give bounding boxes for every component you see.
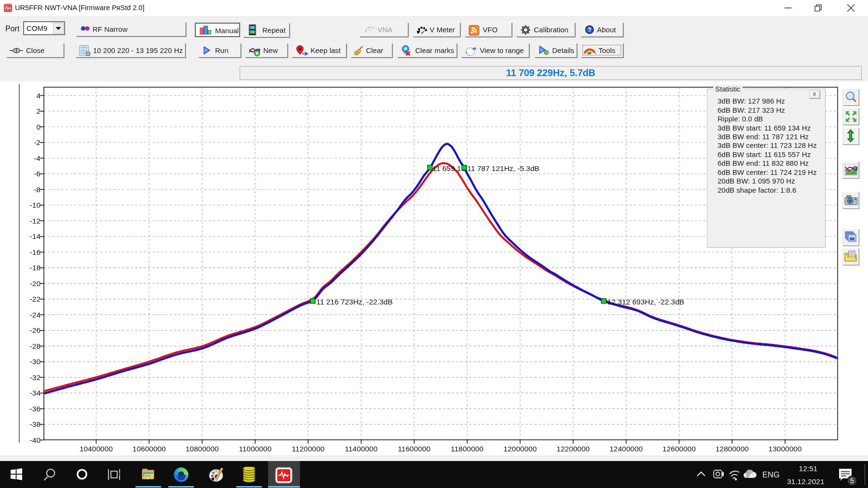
svg-text:-30: -30 (30, 357, 41, 366)
svg-text:12800000: 12800000 (716, 445, 749, 453)
svg-text:-40: -40 (30, 436, 41, 444)
svg-text:11 216 723Hz, -22.3dB: 11 216 723Hz, -22.3dB (316, 298, 393, 306)
svg-text:-20: -20 (30, 279, 41, 288)
svg-text:12400000: 12400000 (610, 445, 643, 453)
svg-text:12 312 693Hz, -22.3dB: 12 312 693Hz, -22.3dB (608, 298, 684, 306)
svg-text:-26: -26 (30, 326, 41, 334)
svg-text:11200000: 11200000 (292, 445, 325, 453)
svg-text:-12: -12 (30, 217, 41, 225)
svg-text:12600000: 12600000 (663, 445, 696, 453)
svg-text:12000000: 12000000 (503, 445, 537, 453)
svg-text:-4: -4 (34, 154, 41, 162)
svg-text:-6: -6 (34, 170, 41, 178)
svg-text:-8: -8 (34, 185, 41, 194)
svg-text:-18: -18 (30, 264, 41, 272)
svg-text:11 787 121Hz, -5.3dB: 11 787 121Hz, -5.3dB (467, 164, 540, 172)
svg-text:10800000: 10800000 (186, 445, 219, 453)
svg-text:4: 4 (36, 92, 41, 100)
svg-text:12200000: 12200000 (556, 445, 590, 453)
svg-text:-24: -24 (30, 311, 41, 319)
svg-text:-2: -2 (34, 138, 41, 146)
svg-text:-32: -32 (30, 373, 41, 382)
svg-text:13000000: 13000000 (769, 445, 802, 453)
svg-text:11600000: 11600000 (398, 445, 431, 453)
svg-text:-10: -10 (30, 201, 41, 209)
svg-text:11800000: 11800000 (451, 445, 484, 453)
svg-text:-34: -34 (30, 389, 41, 397)
svg-text:0: 0 (36, 123, 41, 131)
svg-text:11000000: 11000000 (239, 445, 271, 453)
svg-text:-14: -14 (30, 232, 41, 240)
svg-text:-22: -22 (30, 295, 41, 303)
svg-text:-36: -36 (30, 405, 41, 413)
svg-text:-16: -16 (30, 248, 41, 256)
svg-text:10600000: 10600000 (133, 445, 166, 453)
svg-text:11400000: 11400000 (345, 445, 378, 453)
svg-text:-38: -38 (30, 420, 41, 428)
svg-text:-28: -28 (30, 342, 41, 350)
svg-text:10400000: 10400000 (80, 445, 113, 453)
svg-text:11 659 13: 11 659 13 (433, 164, 465, 172)
svg-text:5: 5 (850, 477, 854, 485)
svg-text:2: 2 (36, 107, 41, 115)
